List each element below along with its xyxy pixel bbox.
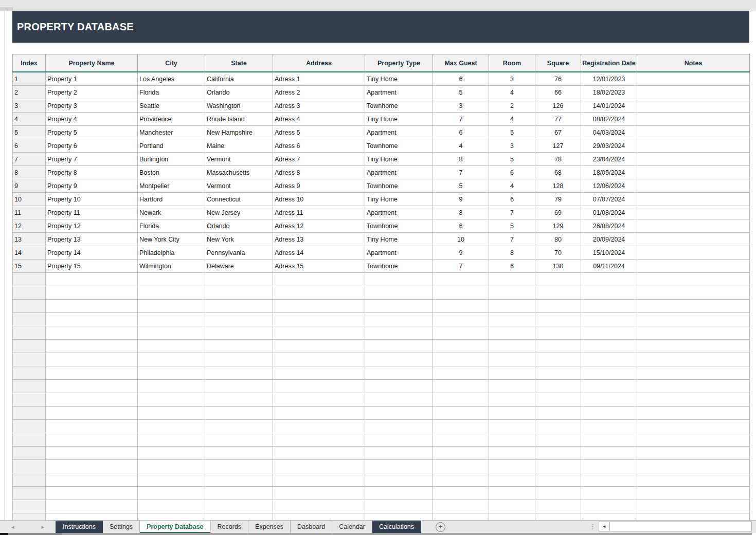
cell[interactable] xyxy=(138,313,205,326)
cell[interactable] xyxy=(581,366,637,380)
cell[interactable]: 5 xyxy=(489,126,535,139)
cell[interactable]: Newark xyxy=(138,206,205,219)
cell[interactable] xyxy=(581,500,637,513)
cell[interactable] xyxy=(637,206,750,219)
cell[interactable] xyxy=(365,340,433,353)
cell[interactable]: 14 xyxy=(13,246,46,260)
cell[interactable] xyxy=(535,433,581,447)
cell[interactable] xyxy=(138,513,205,521)
column-header-room[interactable]: Room xyxy=(489,54,535,72)
horizontal-scrollbar[interactable]: ◄ xyxy=(599,522,752,531)
cell[interactable] xyxy=(535,326,581,340)
sheet-tab-instructions[interactable]: Instructions xyxy=(56,521,103,533)
cell[interactable] xyxy=(46,420,138,433)
cell[interactable] xyxy=(13,433,46,447)
cell[interactable]: Washington xyxy=(205,99,273,113)
cell[interactable] xyxy=(489,366,535,380)
cell[interactable] xyxy=(205,460,273,473)
cell[interactable] xyxy=(46,313,138,326)
cell[interactable] xyxy=(273,286,365,300)
cell[interactable]: Adress 7 xyxy=(273,153,365,166)
cell[interactable] xyxy=(205,487,273,500)
cell[interactable]: 80 xyxy=(535,233,581,246)
cell[interactable]: Property 3 xyxy=(46,99,138,113)
cell[interactable] xyxy=(581,300,637,313)
cell[interactable] xyxy=(205,366,273,380)
cell[interactable]: 7 xyxy=(13,153,46,166)
tab-nav-prev-icon[interactable]: ◂ xyxy=(11,521,14,533)
cell[interactable] xyxy=(433,460,489,473)
cell[interactable] xyxy=(637,179,750,193)
sheet-tab-expenses[interactable]: Expenses xyxy=(248,521,291,533)
cell[interactable] xyxy=(433,380,489,393)
cell[interactable] xyxy=(273,447,365,460)
cell[interactable] xyxy=(13,473,46,487)
cell[interactable]: 7 xyxy=(489,233,535,246)
cell[interactable] xyxy=(581,286,637,300)
cell[interactable] xyxy=(637,233,750,246)
cell[interactable]: 4 xyxy=(489,113,535,126)
cell[interactable] xyxy=(489,340,535,353)
cell[interactable] xyxy=(13,447,46,460)
cell[interactable] xyxy=(273,313,365,326)
cell[interactable]: 8 xyxy=(433,206,489,219)
cell[interactable] xyxy=(205,300,273,313)
cell[interactable] xyxy=(365,366,433,380)
cell[interactable]: 01/08/2024 xyxy=(581,206,637,219)
cell[interactable]: Property 4 xyxy=(46,113,138,126)
cell[interactable]: 5 xyxy=(489,219,535,233)
cell[interactable] xyxy=(138,340,205,353)
cell[interactable]: 9 xyxy=(13,179,46,193)
cell[interactable] xyxy=(535,473,581,487)
cell[interactable] xyxy=(273,340,365,353)
cell[interactable] xyxy=(46,433,138,447)
cell[interactable] xyxy=(13,286,46,300)
cell[interactable]: 11 xyxy=(13,206,46,219)
cell[interactable] xyxy=(489,420,535,433)
cell[interactable] xyxy=(535,366,581,380)
cell[interactable] xyxy=(13,300,46,313)
cell[interactable] xyxy=(205,513,273,521)
cell[interactable]: Los Angeles xyxy=(138,72,205,86)
cell[interactable] xyxy=(365,473,433,487)
cell[interactable] xyxy=(535,407,581,420)
cell[interactable]: 10 xyxy=(433,233,489,246)
cell[interactable] xyxy=(535,393,581,407)
cell[interactable] xyxy=(46,340,138,353)
cell[interactable] xyxy=(273,273,365,286)
column-header-property-name[interactable]: Property Name xyxy=(46,54,138,72)
cell[interactable] xyxy=(138,447,205,460)
cell[interactable]: Tiny Home xyxy=(365,113,433,126)
cell[interactable]: Manchester xyxy=(138,126,205,139)
cell[interactable] xyxy=(365,460,433,473)
cell[interactable]: 5 xyxy=(489,153,535,166)
cell[interactable]: Portland xyxy=(138,139,205,153)
cell[interactable]: Tiny Home xyxy=(365,72,433,86)
cell[interactable]: Apartment xyxy=(365,206,433,219)
cell[interactable] xyxy=(138,500,205,513)
cell[interactable] xyxy=(581,380,637,393)
cell[interactable]: California xyxy=(205,72,273,86)
cell[interactable]: 8 xyxy=(489,246,535,260)
cell[interactable] xyxy=(433,407,489,420)
cell[interactable] xyxy=(581,487,637,500)
cell[interactable] xyxy=(138,420,205,433)
cell[interactable] xyxy=(273,300,365,313)
cell[interactable] xyxy=(273,500,365,513)
cell[interactable]: Boston xyxy=(138,166,205,179)
cell[interactable] xyxy=(489,473,535,487)
cell[interactable] xyxy=(205,326,273,340)
cell[interactable]: Rhode Island xyxy=(205,113,273,126)
cell[interactable] xyxy=(637,219,750,233)
cell[interactable]: 67 xyxy=(535,126,581,139)
cell[interactable]: Property 13 xyxy=(46,233,138,246)
cell[interactable] xyxy=(637,286,750,300)
cell[interactable] xyxy=(273,420,365,433)
cell[interactable]: 66 xyxy=(535,86,581,99)
cell[interactable] xyxy=(205,473,273,487)
column-header-index[interactable]: Index xyxy=(13,54,46,72)
add-sheet-icon[interactable]: + xyxy=(436,522,445,532)
cell[interactable]: Apartment xyxy=(365,126,433,139)
sheet-tab-calendar[interactable]: Calendar xyxy=(332,521,372,533)
cell[interactable] xyxy=(637,447,750,460)
